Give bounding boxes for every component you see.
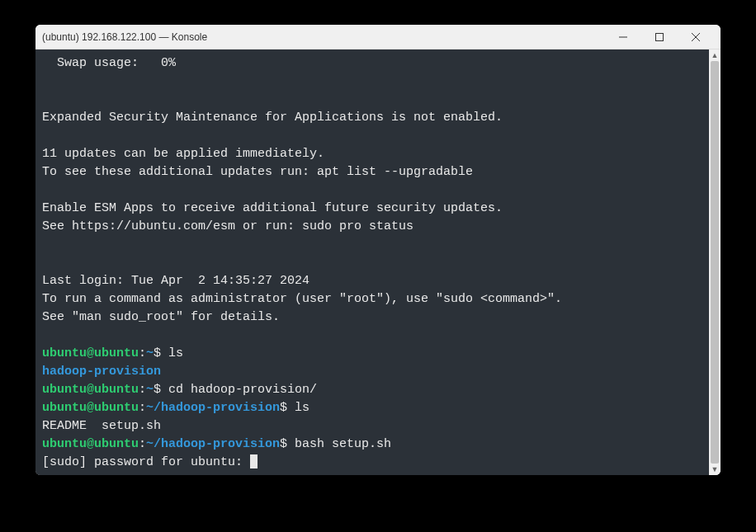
- sudo-prompt: [sudo] password for ubuntu:: [42, 455, 250, 469]
- prompt-path: ~/hadoop-provision: [146, 401, 280, 415]
- motd-esm: Expanded Security Maintenance for Applic…: [42, 111, 503, 125]
- prompt-colon: :: [139, 346, 146, 360]
- motd-sudo2: See "man sudo_root" for details.: [42, 310, 280, 324]
- prompt-path: ~/hadoop-provision: [146, 437, 280, 451]
- motd-updates2: To see these additional updates run: apt…: [42, 165, 473, 179]
- prompt-dollar: $: [154, 383, 161, 397]
- cmd-bash: bash setup.sh: [287, 437, 391, 451]
- ls-output-dir: hadoop-provision: [42, 365, 161, 379]
- maximize-icon: [655, 33, 664, 41]
- konsole-window: (ubuntu) 192.168.122.100 — Konsole Swap …: [35, 25, 721, 475]
- cmd-ls2: ls: [287, 401, 309, 415]
- prompt-path: ~: [146, 383, 154, 397]
- titlebar[interactable]: (ubuntu) 192.168.122.100 — Konsole: [35, 25, 721, 49]
- minimize-button[interactable]: [605, 26, 641, 49]
- prompt-dollar: $: [280, 401, 287, 415]
- terminal-cursor: [250, 454, 258, 468]
- cmd-ls: ls: [161, 346, 183, 360]
- scroll-down-button[interactable]: ▼: [709, 464, 721, 475]
- svg-rect-1: [656, 33, 664, 40]
- close-button[interactable]: [678, 26, 714, 49]
- prompt-colon: :: [139, 437, 146, 451]
- vertical-scrollbar[interactable]: ▲ ▼: [709, 49, 721, 475]
- prompt-dollar: $: [280, 437, 287, 451]
- window-controls: [605, 26, 714, 49]
- prompt-path: ~: [146, 346, 154, 360]
- motd-sudo1: To run a command as administrator (user …: [42, 292, 562, 306]
- scroll-thumb[interactable]: [711, 61, 719, 464]
- ls-output-files: README setup.sh: [42, 419, 161, 433]
- motd-swap: Swap usage: 0%: [42, 56, 176, 70]
- terminal-container: Swap usage: 0% Expanded Security Mainten…: [35, 49, 721, 475]
- motd-esm-enable2: See https://ubuntu.com/esm or run: sudo …: [42, 219, 413, 233]
- prompt-userhost: ubuntu@ubuntu: [42, 401, 139, 415]
- prompt-userhost: ubuntu@ubuntu: [42, 346, 139, 360]
- minimize-icon: [619, 33, 627, 41]
- maximize-button[interactable]: [641, 26, 678, 49]
- scroll-up-button[interactable]: ▲: [709, 49, 721, 61]
- prompt-colon: :: [139, 401, 146, 415]
- close-icon: [692, 33, 700, 41]
- prompt-dollar: $: [154, 346, 161, 360]
- window-title: (ubuntu) 192.168.122.100 — Konsole: [42, 31, 605, 43]
- cmd-cd: cd hadoop-provision/: [161, 383, 317, 397]
- motd-esm-enable1: Enable ESM Apps to receive additional fu…: [42, 201, 503, 215]
- motd-lastlogin: Last login: Tue Apr 2 14:35:27 2024: [42, 274, 309, 288]
- terminal-output[interactable]: Swap usage: 0% Expanded Security Mainten…: [35, 49, 709, 475]
- motd-updates1: 11 updates can be applied immediately.: [42, 147, 324, 161]
- prompt-userhost: ubuntu@ubuntu: [42, 437, 139, 451]
- prompt-colon: :: [139, 383, 146, 397]
- prompt-userhost: ubuntu@ubuntu: [42, 383, 139, 397]
